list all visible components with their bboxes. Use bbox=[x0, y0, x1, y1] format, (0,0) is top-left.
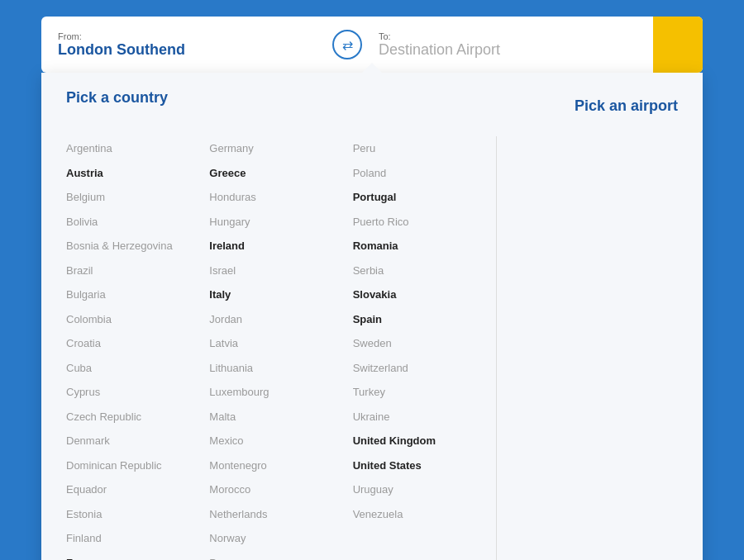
country-item[interactable]: Cyprus bbox=[66, 380, 209, 405]
country-item[interactable]: Colombia bbox=[66, 307, 209, 332]
country-item[interactable]: Bolivia bbox=[66, 210, 209, 235]
country-item[interactable]: Austria bbox=[66, 161, 209, 186]
country-item[interactable]: Malta bbox=[209, 405, 352, 429]
country-item[interactable]: United States bbox=[353, 453, 496, 478]
from-label: From: bbox=[58, 31, 316, 41]
search-button[interactable] bbox=[653, 17, 703, 73]
swap-icon: ⇄ bbox=[342, 37, 353, 53]
country-item[interactable]: Peru bbox=[353, 136, 496, 161]
country-item[interactable]: United Kingdom bbox=[353, 429, 496, 453]
country-item[interactable]: Argentina bbox=[66, 136, 209, 161]
country-item[interactable]: Turkey bbox=[353, 380, 496, 405]
country-item[interactable]: Estonia bbox=[66, 502, 209, 527]
country-item[interactable]: Ireland bbox=[209, 234, 352, 259]
country-item[interactable]: Serbia bbox=[353, 259, 496, 283]
panel-inner: ArgentinaAustriaBelgiumBoliviaBosnia & H… bbox=[66, 136, 678, 560]
country-item[interactable]: Israel bbox=[209, 259, 352, 283]
pick-country-title: Pick a country bbox=[66, 89, 168, 107]
country-item[interactable]: Poland bbox=[353, 161, 496, 186]
country-item[interactable]: Bulgaria bbox=[66, 282, 209, 307]
country-item[interactable]: Puerto Rico bbox=[353, 210, 496, 235]
from-field[interactable]: From: London Southend bbox=[41, 23, 332, 67]
country-item[interactable]: Latvia bbox=[209, 331, 352, 356]
country-item[interactable]: Germany bbox=[209, 136, 352, 161]
country-item[interactable]: Ukraine bbox=[353, 405, 496, 429]
country-item[interactable]: Greece bbox=[209, 161, 352, 186]
panel-header: Pick a country Pick an airport bbox=[66, 89, 678, 123]
country-item[interactable]: Lithuania bbox=[209, 356, 352, 381]
to-value: Destination Airport bbox=[379, 41, 637, 59]
country-item[interactable]: Spain bbox=[353, 307, 496, 332]
country-item[interactable]: Mexico bbox=[209, 429, 352, 453]
country-item[interactable]: Venezuela bbox=[353, 502, 496, 527]
from-value: London Southend bbox=[58, 41, 316, 59]
country-item[interactable]: Brazil bbox=[66, 259, 209, 283]
country-item[interactable]: Jordan bbox=[209, 307, 352, 332]
country-item[interactable]: Luxembourg bbox=[209, 380, 352, 405]
country-item[interactable]: Morocco bbox=[209, 477, 352, 502]
country-item[interactable]: Croatia bbox=[66, 331, 209, 356]
to-field[interactable]: To: Destination Airport bbox=[362, 23, 653, 67]
country-item[interactable]: Sweden bbox=[353, 331, 496, 356]
country-item[interactable]: Denmark bbox=[66, 429, 209, 453]
country-item[interactable]: Bosnia & Herzegovina bbox=[66, 234, 209, 259]
country-item[interactable]: Uruguay bbox=[353, 477, 496, 502]
country-picker-panel: Pick a country Pick an airport Argentina… bbox=[41, 73, 703, 560]
country-item[interactable]: Portugal bbox=[353, 185, 496, 210]
countries-section: ArgentinaAustriaBelgiumBoliviaBosnia & H… bbox=[66, 136, 496, 560]
country-item[interactable]: Italy bbox=[209, 282, 352, 307]
country-item[interactable]: Equador bbox=[66, 477, 209, 502]
country-item[interactable]: Hungary bbox=[209, 210, 352, 235]
country-item[interactable]: Honduras bbox=[209, 185, 352, 210]
country-item[interactable]: Paraguay bbox=[209, 551, 352, 561]
pick-airport-title: Pick an airport bbox=[575, 97, 678, 115]
country-item[interactable]: Belgium bbox=[66, 185, 209, 210]
country-item[interactable]: Norway bbox=[209, 526, 352, 551]
country-item[interactable]: Dominican Republic bbox=[66, 453, 209, 478]
country-item[interactable]: Cuba bbox=[66, 356, 209, 381]
to-label: To: bbox=[379, 31, 637, 41]
countries-grid: ArgentinaAustriaBelgiumBoliviaBosnia & H… bbox=[66, 136, 496, 560]
swap-button[interactable]: ⇄ bbox=[332, 30, 362, 59]
country-item[interactable]: France bbox=[66, 551, 209, 561]
country-item[interactable]: Netherlands bbox=[209, 502, 352, 527]
country-item[interactable]: Czech Republic bbox=[66, 405, 209, 429]
airports-section bbox=[496, 136, 678, 560]
country-item[interactable]: Romania bbox=[353, 234, 496, 259]
country-item[interactable]: Montenegro bbox=[209, 453, 352, 478]
country-item[interactable]: Finland bbox=[66, 526, 209, 551]
country-item[interactable]: Switzerland bbox=[353, 356, 496, 381]
country-item[interactable]: Slovakia bbox=[353, 282, 496, 307]
